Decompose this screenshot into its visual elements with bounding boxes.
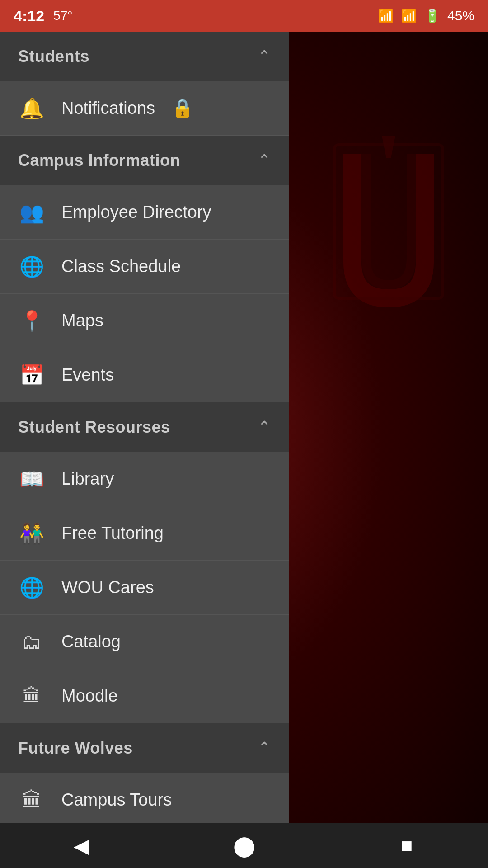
- bell-icon: 🔔: [18, 97, 45, 120]
- library-label: Library: [61, 469, 114, 489]
- employee-directory-menu-item[interactable]: 👥 Employee Directory: [0, 185, 289, 240]
- library-menu-item[interactable]: 📖 Library: [0, 452, 289, 506]
- status-bar: 4:12 57° 📶 📶 🔋 45%: [0, 0, 488, 32]
- students-section-header[interactable]: Students ⌃: [0, 32, 289, 81]
- building-icon: 🏛: [18, 789, 45, 811]
- catalog-menu-item[interactable]: 🗂 Catalog: [0, 615, 289, 669]
- employee-directory-label: Employee Directory: [61, 203, 211, 222]
- student-resources-label: Student Resourses: [18, 418, 170, 437]
- future-wolves-label: Future Wolves: [18, 739, 133, 758]
- students-chevron-icon: ⌃: [258, 47, 271, 66]
- notifications-left: 🔔 Notifications: [18, 97, 155, 120]
- book-icon: 📖: [18, 467, 45, 491]
- status-temperature: 57°: [53, 9, 72, 23]
- campus-tours-label: Campus Tours: [61, 790, 172, 810]
- home-button[interactable]: ⬤: [226, 827, 262, 863]
- calendar-icon: 📅: [18, 363, 45, 387]
- wou-logo: [316, 136, 461, 316]
- campus-information-label: Campus Information: [18, 151, 180, 170]
- status-time: 4:12: [14, 7, 44, 25]
- campus-tours-menu-item[interactable]: 🏛 Campus Tours: [0, 773, 289, 823]
- globe2-icon: 🌐: [18, 576, 45, 599]
- maps-menu-item[interactable]: 📍 Maps: [0, 294, 289, 348]
- lock-icon: 🔒: [171, 98, 194, 119]
- events-label: Events: [61, 365, 114, 385]
- status-right: 📶 📶 🔋 45%: [378, 8, 474, 24]
- campus-information-section-header[interactable]: Campus Information ⌃: [0, 136, 289, 185]
- wou-cares-label: WOU Cares: [61, 578, 154, 597]
- free-tutoring-label: Free Tutoring: [61, 524, 164, 543]
- catalog-label: Catalog: [61, 632, 121, 651]
- navigation-drawer: Students ⌃ 🔔 Notifications 🔒 Campus Info…: [0, 32, 289, 823]
- wou-cares-menu-item[interactable]: 🌐 WOU Cares: [0, 561, 289, 615]
- catalog-icon: 🗂: [18, 631, 45, 653]
- bottom-navigation-bar: ◀ ⬤ ■: [0, 823, 488, 868]
- signal-icon: 📶: [401, 9, 417, 24]
- battery-level: 45%: [447, 8, 474, 24]
- student-resources-section-header[interactable]: Student Resourses ⌃: [0, 402, 289, 452]
- student-resources-chevron-icon: ⌃: [258, 418, 271, 437]
- campus-information-chevron-icon: ⌃: [258, 151, 271, 170]
- moodle-icon: 🏛: [18, 686, 45, 706]
- svg-marker-0: [382, 136, 395, 158]
- notifications-menu-item[interactable]: 🔔 Notifications 🔒: [0, 81, 289, 136]
- moodle-label: Moodle: [61, 686, 118, 706]
- events-menu-item[interactable]: 📅 Events: [0, 348, 289, 402]
- status-left: 4:12 57°: [14, 7, 72, 25]
- people-icon: 👥: [18, 201, 45, 224]
- back-button[interactable]: ◀: [63, 827, 99, 863]
- class-schedule-menu-item[interactable]: 🌐 Class Schedule: [0, 240, 289, 294]
- maps-label: Maps: [61, 311, 103, 330]
- battery-icon: 🔋: [424, 9, 440, 24]
- globe-icon: 🌐: [18, 255, 45, 278]
- notifications-label: Notifications: [61, 99, 155, 118]
- future-wolves-section-header[interactable]: Future Wolves ⌃: [0, 723, 289, 773]
- recent-apps-button[interactable]: ■: [389, 827, 425, 863]
- pin-icon: 📍: [18, 309, 45, 333]
- students-label: Students: [18, 47, 89, 66]
- wifi-icon: 📶: [378, 9, 394, 24]
- tutoring-people-icon: 👫: [18, 522, 45, 545]
- class-schedule-label: Class Schedule: [61, 257, 181, 276]
- free-tutoring-menu-item[interactable]: 👫 Free Tutoring: [0, 506, 289, 561]
- moodle-menu-item[interactable]: 🏛 Moodle: [0, 669, 289, 723]
- future-wolves-chevron-icon: ⌃: [258, 739, 271, 758]
